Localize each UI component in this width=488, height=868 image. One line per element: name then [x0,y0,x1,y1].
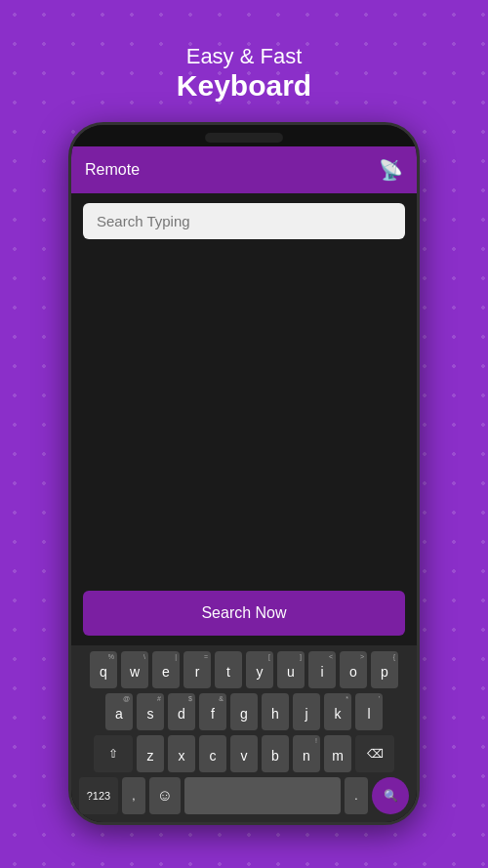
key-u[interactable]: ]u [277,651,305,688]
key-a[interactable]: @a [105,693,133,730]
key-x[interactable]: x [168,735,195,772]
search-key[interactable]: 🔍 [372,777,409,814]
phone-notch-area [71,125,417,146]
key-b[interactable]: b [262,735,289,772]
key-t[interactable]: t [215,651,242,688]
key-c[interactable]: c [199,735,226,772]
keyboard-row-1: %q \w |e =r t [y ]u <i >o {p [75,651,413,688]
key-p[interactable]: {p [371,651,398,688]
key-j[interactable]: j [293,693,320,730]
key-y[interactable]: [y [246,651,273,688]
content-area [71,249,417,581]
keyboard-row-2: @a #s $d &f g h j *k 'l [75,693,413,730]
key-g[interactable]: g [230,693,258,730]
numbers-key[interactable]: ?123 [79,777,118,814]
phone-shell: Remote 📡 Search Now %q \w |e =r t [y ]u … [68,122,420,825]
emoji-key[interactable]: ☺ [149,777,181,814]
cast-icon[interactable]: 📡 [379,158,403,182]
key-r[interactable]: =r [183,651,211,688]
key-s[interactable]: #s [137,693,164,730]
key-v[interactable]: v [230,735,258,772]
key-n[interactable]: !n [293,735,320,772]
keyboard-bottom-row: ?123 , ☺ . 🔍 [75,777,413,818]
key-m[interactable]: m [324,735,351,772]
header-title: Keyboard [177,69,311,103]
keyboard: %q \w |e =r t [y ]u <i >o {p @a #s $d &f… [71,645,417,822]
search-input[interactable] [83,203,405,239]
key-i[interactable]: <i [308,651,336,688]
period-key[interactable]: . [345,777,368,814]
key-d[interactable]: $d [168,693,195,730]
page-header: Easy & Fast Keyboard [177,0,311,122]
shift-key[interactable]: ⇧ [94,735,133,772]
key-q[interactable]: %q [90,651,117,688]
key-w[interactable]: \w [121,651,148,688]
key-h[interactable]: h [262,693,289,730]
key-o[interactable]: >o [340,651,367,688]
app-screen: Remote 📡 Search Now %q \w |e =r t [y ]u … [71,146,417,822]
app-bar: Remote 📡 [71,146,417,193]
key-k[interactable]: *k [324,693,351,730]
backspace-key[interactable]: ⌫ [355,735,394,772]
key-e[interactable]: |e [152,651,180,688]
app-bar-title: Remote [85,161,140,179]
keyboard-row-3: ⇧ z x c v b !n m ⌫ [75,735,413,772]
key-z[interactable]: z [137,735,164,772]
key-f[interactable]: &f [199,693,226,730]
key-l[interactable]: 'l [355,693,383,730]
search-now-button[interactable]: Search Now [83,591,405,636]
phone-notch [205,133,283,143]
header-subtitle: Easy & Fast [177,44,311,69]
search-bar-area [71,193,417,249]
comma-key[interactable]: , [122,777,145,814]
search-now-area: Search Now [71,581,417,645]
space-key[interactable] [184,777,341,814]
